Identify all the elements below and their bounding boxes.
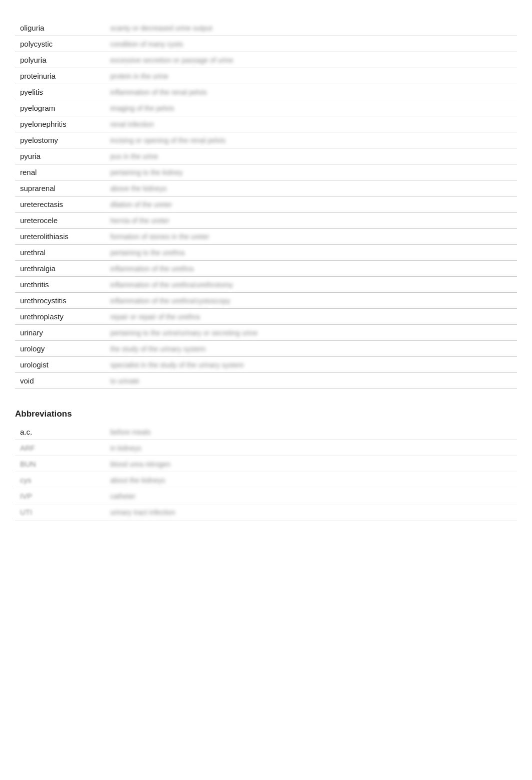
abbreviations-section-title: Abbreviations	[15, 409, 517, 419]
table-row: urinarypertaining to the urine/urinary o…	[15, 325, 517, 341]
term-cell: urology	[15, 341, 105, 357]
abbrev-term-cell: cys	[15, 472, 105, 488]
definition-cell: specialist in the study of the urinary s…	[105, 357, 517, 373]
table-row: ureterocelehernia of the ureter	[15, 213, 517, 229]
definition-cell: inflammation of the renal pelvis	[105, 84, 517, 100]
abbrev-definition-cell: about the kidneys	[105, 472, 517, 488]
term-cell: ureterocele	[15, 213, 105, 229]
term-cell: oliguria	[15, 20, 105, 36]
definition-cell: incising or opening of the renal pelvis	[105, 132, 517, 148]
abbrev-row: IVPcatheter	[15, 488, 517, 504]
abbrev-row: cysabout the kidneys	[15, 472, 517, 488]
table-row: oliguriascanty or decreased urine output	[15, 20, 517, 36]
definition-cell: to urinate	[105, 373, 517, 389]
term-cell: renal	[15, 164, 105, 180]
table-row: voidto urinate	[15, 373, 517, 389]
table-row: suprarenalabove the kidneys	[15, 180, 517, 197]
table-row: pyelogramimaging of the pelvis	[15, 100, 517, 116]
table-row: urologistspecialist in the study of the …	[15, 357, 517, 373]
term-cell: pyelitis	[15, 84, 105, 100]
vocabulary-table: oliguriascanty or decreased urine output…	[15, 20, 517, 389]
definition-cell: renal infection	[105, 116, 517, 132]
table-row: urethrocystitisinflammation of the ureth…	[15, 293, 517, 309]
table-row: ureterectasisdilation of the ureter	[15, 197, 517, 213]
abbrev-row: a.c.before meals	[15, 424, 517, 440]
term-cell: urologist	[15, 357, 105, 373]
table-row: ureterolithiasisformation of stones in t…	[15, 229, 517, 245]
term-cell: urethralgia	[15, 261, 105, 277]
term-cell: urethroplasty	[15, 309, 105, 325]
abbrev-row: ARFin kidneys	[15, 440, 517, 456]
table-row: polyuriaexcessive secretion or passage o…	[15, 52, 517, 68]
table-row: urethralgiainflammation of the urethra	[15, 261, 517, 277]
table-row: polycysticcondition of many cysts	[15, 36, 517, 52]
definition-cell: imaging of the pelvis	[105, 100, 517, 116]
abbrev-definition-cell: in kidneys	[105, 440, 517, 456]
term-cell: ureterectasis	[15, 197, 105, 213]
definition-cell: inflammation of the urethra	[105, 261, 517, 277]
table-row: urethritisinflammation of the urethra/ur…	[15, 277, 517, 293]
abbrev-definition-cell: catheter	[105, 488, 517, 504]
definition-cell: pertaining to the urine/urinary or secre…	[105, 325, 517, 341]
definition-cell: pus in the urine	[105, 148, 517, 164]
table-row: urologythe study of the urinary system	[15, 341, 517, 357]
abbrev-term-cell: ARF	[15, 440, 105, 456]
definition-cell: dilation of the ureter	[105, 197, 517, 213]
abbrev-definition-cell: blood urea nitrogen	[105, 456, 517, 472]
table-row: urethroplastyrepair or repair of the ure…	[15, 309, 517, 325]
term-cell: urethral	[15, 245, 105, 261]
abbrev-definition-cell: before meals	[105, 424, 517, 440]
term-cell: polyuria	[15, 52, 105, 68]
definition-cell: condition of many cysts	[105, 36, 517, 52]
definition-cell: pertaining to the urethra	[105, 245, 517, 261]
abbreviations-table: a.c.before mealsARFin kidneysBUNblood ur…	[15, 424, 517, 520]
definition-cell: inflammation of the urethra/cystoscopy	[105, 293, 517, 309]
definition-cell: inflammation of the urethra/urethrotomy	[105, 277, 517, 293]
term-cell: pyuria	[15, 148, 105, 164]
abbrev-term-cell: BUN	[15, 456, 105, 472]
definition-cell: formation of stones in the ureter	[105, 229, 517, 245]
term-cell: polycystic	[15, 36, 105, 52]
table-row: pyelostomyincising or opening of the ren…	[15, 132, 517, 148]
term-cell: proteinuria	[15, 68, 105, 84]
definition-cell: repair or repair of the urethra	[105, 309, 517, 325]
definition-cell: protein in the urine	[105, 68, 517, 84]
abbrev-definition-cell: urinary tract infection	[105, 504, 517, 520]
term-cell: pyelogram	[15, 100, 105, 116]
abbrev-term-cell: UTI	[15, 504, 105, 520]
definition-cell: pertaining to the kidney	[105, 164, 517, 180]
table-row: pyelitisinflammation of the renal pelvis	[15, 84, 517, 100]
abbrev-term-cell: IVP	[15, 488, 105, 504]
table-row: urethralpertaining to the urethra	[15, 245, 517, 261]
term-cell: suprarenal	[15, 180, 105, 197]
term-cell: urethrocystitis	[15, 293, 105, 309]
term-cell: urinary	[15, 325, 105, 341]
table-row: proteinuriaprotein in the urine	[15, 68, 517, 84]
term-cell: ureterolithiasis	[15, 229, 105, 245]
term-cell: pyelostomy	[15, 132, 105, 148]
definition-cell: scanty or decreased urine output	[105, 20, 517, 36]
abbrev-term-cell: a.c.	[15, 424, 105, 440]
table-row: pyelonephritisrenal infection	[15, 116, 517, 132]
abbrev-row: UTIurinary tract infection	[15, 504, 517, 520]
definition-cell: the study of the urinary system	[105, 341, 517, 357]
definition-cell: hernia of the ureter	[105, 213, 517, 229]
term-cell: pyelonephritis	[15, 116, 105, 132]
definition-cell: excessive secretion or passage of urine	[105, 52, 517, 68]
definition-cell: above the kidneys	[105, 180, 517, 197]
table-row: pyuriapus in the urine	[15, 148, 517, 164]
term-cell: urethritis	[15, 277, 105, 293]
term-cell: void	[15, 373, 105, 389]
abbrev-row: BUNblood urea nitrogen	[15, 456, 517, 472]
table-row: renalpertaining to the kidney	[15, 164, 517, 180]
